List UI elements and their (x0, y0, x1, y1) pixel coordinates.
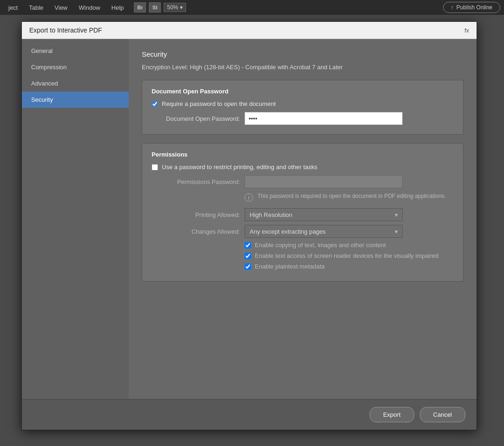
permissions-password-row: Permissions Password: (152, 175, 454, 188)
app-background: Export to Interactive PDF fx General Com… (0, 15, 504, 446)
menu-item-view[interactable]: View (50, 2, 72, 13)
publish-icon: ↑ (451, 4, 454, 11)
doc-open-password-label: Document Open Password: (152, 115, 240, 122)
menu-item-help[interactable]: Help (107, 2, 129, 13)
doc-open-subtitle: Document Open Password (152, 88, 454, 95)
security-panel: Security Encryption Level: High (128-bit… (129, 39, 477, 399)
changes-allowed-wrapper: None Inserting, Deleting and Rotating Pa… (245, 225, 403, 238)
sidebar-item-advanced[interactable]: Advanced (22, 75, 129, 92)
changes-allowed-row: Changes Allowed: None Inserting, Deletin… (152, 225, 454, 238)
require-password-checkbox[interactable] (152, 101, 158, 107)
copy-text-row: Enable copying of text, images and other… (245, 242, 454, 249)
document-open-password-panel: Document Open Password Require a passwor… (142, 80, 464, 135)
permissions-subtitle: Permissions (152, 151, 454, 158)
printing-allowed-row: Printing Allowed: None Low Resolution (1… (152, 208, 454, 221)
changes-allowed-select[interactable]: None Inserting, Deleting and Rotating Pa… (245, 225, 403, 238)
plaintext-metadata-label: Enable plaintext metadata (255, 263, 325, 270)
st-icon[interactable]: St (149, 2, 161, 13)
copy-text-label: Enable copying of text, images and other… (255, 242, 386, 249)
sidebar: General Compression Advanced Security (22, 39, 129, 399)
export-pdf-dialog: Export to Interactive PDF fx General Com… (21, 21, 477, 430)
printing-allowed-select[interactable]: None Low Resolution (150 dpi) High Resol… (245, 208, 403, 221)
dialog-close-area: fx (464, 27, 469, 34)
menu-item-ject[interactable]: ject (4, 2, 22, 13)
section-title: Security (142, 50, 464, 58)
zoom-dropdown-icon: ▾ (180, 4, 183, 11)
permissions-password-label: Permissions Password: (152, 178, 240, 185)
permissions-password-input[interactable] (245, 175, 403, 188)
doc-open-password-input[interactable] (245, 112, 403, 125)
zoom-value: 50% (167, 4, 178, 11)
restrict-permissions-row: Use a password to restrict printing, edi… (152, 164, 454, 171)
screen-reader-label: Enable text access of screen reader devi… (255, 252, 438, 259)
export-button[interactable]: Export (370, 407, 414, 422)
encryption-info: Encryption Level: High (128-bit AES) - C… (142, 64, 464, 71)
dialog-titlebar: Export to Interactive PDF fx (22, 22, 477, 39)
printing-allowed-wrapper: None Low Resolution (150 dpi) High Resol… (245, 208, 403, 221)
restrict-permissions-label: Use a password to restrict printing, edi… (162, 164, 318, 171)
info-row: i This password is required to open the … (245, 193, 454, 202)
info-text: This password is required to open the do… (258, 193, 454, 199)
menu-item-table[interactable]: Table (24, 2, 48, 13)
fx-button[interactable]: fx (464, 27, 469, 34)
plaintext-metadata-row: Enable plaintext metadata (245, 263, 454, 270)
printing-allowed-label: Printing Allowed: (152, 211, 240, 218)
restrict-permissions-checkbox[interactable] (152, 164, 158, 171)
dialog-body: General Compression Advanced Security Se… (22, 39, 477, 399)
toolbar-icons: Br St 50% ▾ (134, 2, 186, 13)
zoom-control[interactable]: 50% ▾ (164, 3, 186, 12)
require-password-row: Require a password to open the document (152, 100, 454, 107)
cancel-button[interactable]: Cancel (420, 407, 465, 422)
changes-allowed-label: Changes Allowed: (152, 228, 240, 235)
plaintext-metadata-checkbox[interactable] (245, 263, 251, 270)
doc-open-password-row: Document Open Password: (152, 112, 454, 125)
sidebar-item-compression[interactable]: Compression (22, 59, 129, 75)
menu-item-window[interactable]: Window (74, 2, 105, 13)
publish-online-button[interactable]: ↑ Publish Online (443, 2, 500, 13)
require-password-label: Require a password to open the document (162, 100, 276, 107)
publish-label: Publish Online (457, 4, 492, 11)
screen-reader-checkbox[interactable] (245, 253, 251, 259)
dialog-footer: Export Cancel (22, 399, 477, 430)
info-icon: i (245, 193, 253, 202)
br-icon[interactable]: Br (134, 2, 146, 13)
sidebar-item-security[interactable]: Security (22, 92, 129, 108)
menu-bar: ject Table View Window Help Br St 50% ▾ … (0, 0, 504, 15)
sidebar-item-general[interactable]: General (22, 43, 129, 59)
copy-text-checkbox[interactable] (245, 242, 251, 249)
dialog-title: Export to Interactive PDF (29, 26, 102, 34)
screen-reader-row: Enable text access of screen reader devi… (245, 252, 454, 259)
permissions-panel: Permissions Use a password to restrict p… (142, 143, 464, 282)
